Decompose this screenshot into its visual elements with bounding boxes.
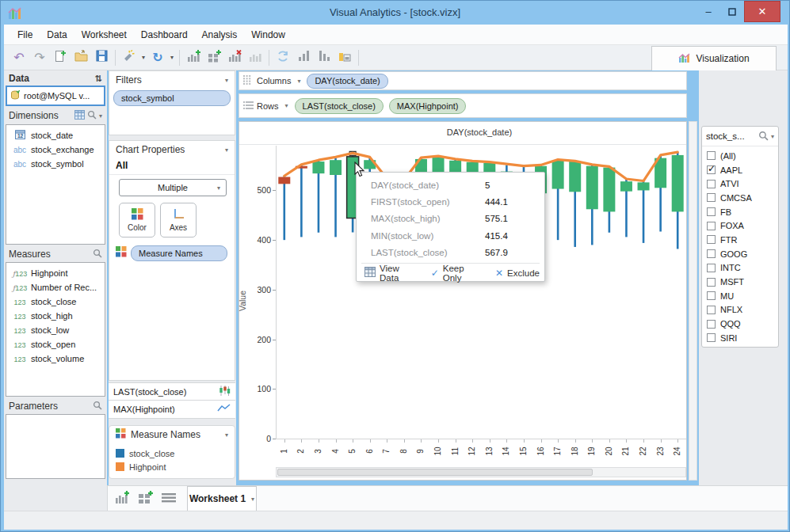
- add-worksheet-button[interactable]: [184, 48, 203, 67]
- symbol-option-ftr[interactable]: FTR: [702, 233, 778, 247]
- menu-file[interactable]: File: [10, 26, 40, 44]
- checkbox[interactable]: [707, 320, 716, 329]
- refresh-dropdown-caret[interactable]: ▾: [168, 54, 176, 61]
- worksheet-list-icon[interactable]: [161, 492, 177, 507]
- menu-dashboard[interactable]: Dashboard: [134, 26, 195, 44]
- symbol-option-qqq[interactable]: QQQ: [702, 317, 778, 331]
- menu-window[interactable]: Window: [244, 26, 292, 44]
- columns-shelf-caret[interactable]: ▾: [297, 78, 300, 85]
- checkbox[interactable]: [707, 151, 716, 160]
- filter-pill-stock-symbol[interactable]: stock_symbol: [113, 90, 231, 106]
- columns-pill-day-stock-date[interactable]: DAY(stock_date): [307, 74, 387, 89]
- chart-type-dropdown[interactable]: Multiple ▾: [119, 179, 227, 196]
- checkbox[interactable]: [707, 264, 716, 272]
- candle-day-18[interactable]: [569, 162, 581, 192]
- candle-day-17[interactable]: [552, 161, 564, 189]
- symbol-option--all-[interactable]: (All): [702, 149, 778, 163]
- color-button[interactable]: Color: [119, 203, 155, 238]
- symbol-option-goog[interactable]: GOOG: [702, 247, 778, 261]
- checkbox[interactable]: [707, 193, 716, 202]
- horizontal-scrollbar-thumb[interactable]: [277, 469, 593, 476]
- chart-properties-collapse-caret[interactable]: ▾: [225, 146, 228, 154]
- measure-stock-close[interactable]: 123stock_close: [6, 294, 105, 309]
- data-connection-dropdown-caret[interactable]: ▾: [139, 54, 147, 61]
- symbol-option-msft[interactable]: MSFT: [702, 275, 778, 289]
- checkbox[interactable]: [707, 249, 716, 258]
- keep-only-button[interactable]: ✓ Keep Only: [431, 264, 484, 283]
- undo-button[interactable]: ↶: [10, 48, 29, 67]
- checkbox[interactable]: [707, 180, 716, 188]
- checkbox-checked[interactable]: [707, 165, 716, 174]
- dimension-stock-exchange[interactable]: abcstock_exchange: [6, 142, 105, 157]
- sort-ascending-button[interactable]: [294, 48, 313, 67]
- measure-highpoint[interactable]: ƒ123Highpoint: [6, 266, 105, 280]
- stock-symbol-filter-header[interactable]: stock_s... ▾: [702, 127, 778, 146]
- worksheet-tab[interactable]: Worksheet 1 ▾: [187, 486, 257, 511]
- dimension-stock-symbol[interactable]: abcstock_symbol: [6, 157, 105, 171]
- candle-day-21[interactable]: [620, 181, 632, 192]
- candle-day-3[interactable]: [312, 162, 324, 173]
- close-button[interactable]: ✕: [744, 1, 780, 22]
- rows-pill-max-highpoint[interactable]: MAX(Highpoint): [389, 98, 467, 114]
- legend-item-highpoint[interactable]: Highpoint: [109, 460, 235, 473]
- save-button[interactable]: [92, 48, 111, 67]
- dimensions-menu-caret[interactable]: ▾: [99, 112, 102, 120]
- data-sort-icon[interactable]: ⇅: [95, 74, 102, 84]
- visualization-tab[interactable]: Visualization: [651, 46, 777, 70]
- rows-pill-last-stock-close[interactable]: LAST(stock_close): [295, 98, 384, 114]
- encoding-row-highpoint[interactable]: MAX(Highpoint): [109, 401, 235, 419]
- menu-worksheet[interactable]: Worksheet: [74, 26, 134, 44]
- symbol-option-atvi[interactable]: ATVI: [702, 177, 778, 191]
- checkbox[interactable]: [707, 222, 716, 230]
- symbol-option-siri[interactable]: SIRI: [702, 331, 778, 345]
- candle-day-22[interactable]: [638, 182, 650, 190]
- data-connection-button[interactable]: [120, 48, 139, 67]
- measure-stock-low[interactable]: 123stock_low: [6, 323, 105, 337]
- columns-shelf[interactable]: Columns ▾ DAY(stock_date): [239, 71, 687, 90]
- new-dashboard-icon[interactable]: [137, 490, 154, 508]
- candle-day-4[interactable]: [330, 160, 342, 175]
- dimensions-search-icon[interactable]: [87, 110, 97, 122]
- show-labels-button[interactable]: [335, 48, 354, 67]
- data-connection-item[interactable]: root@MySQL v...: [6, 86, 105, 106]
- filters-collapse-caret[interactable]: ▾: [225, 77, 228, 84]
- measure-stock-volume[interactable]: 123stock_volume: [6, 352, 105, 366]
- horizontal-scrollbar[interactable]: [276, 467, 686, 477]
- sort-descending-button[interactable]: [315, 48, 334, 67]
- checkbox[interactable]: [707, 333, 716, 342]
- encoding-row-stock-close[interactable]: LAST(stock_close): [109, 382, 235, 401]
- duplicate-worksheet-button[interactable]: [246, 48, 265, 67]
- axes-button[interactable]: Axes: [160, 203, 197, 238]
- redo-button[interactable]: ↷: [30, 48, 49, 67]
- open-file-button[interactable]: [71, 48, 90, 67]
- checkbox[interactable]: [707, 278, 716, 287]
- rows-shelf-caret[interactable]: ▾: [285, 102, 288, 109]
- checkbox[interactable]: [707, 291, 716, 300]
- measure-number-of-rec-[interactable]: ƒ123Number of Rec...: [6, 280, 105, 294]
- measure-stock-open[interactable]: 123stock_open: [6, 337, 105, 352]
- dimension-stock-date[interactable]: 12stock_date: [6, 128, 105, 142]
- minimize-button[interactable]: –: [696, 1, 720, 22]
- menu-data[interactable]: Data: [40, 26, 74, 44]
- measures-search-icon[interactable]: [93, 249, 102, 260]
- symbol-option-cmcsa[interactable]: CMCSA: [702, 191, 778, 205]
- candle-day-24[interactable]: [672, 155, 684, 211]
- worksheet-tab-caret[interactable]: ▾: [251, 496, 254, 503]
- parameters-search-icon[interactable]: [93, 401, 102, 412]
- measure-names-pill[interactable]: Measure Names: [131, 245, 227, 261]
- checkbox[interactable]: [707, 207, 716, 216]
- view-data-table-icon[interactable]: [74, 110, 85, 122]
- add-dashboard-button[interactable]: [204, 48, 223, 67]
- candle-day-1[interactable]: [278, 177, 290, 184]
- legend-collapse-caret[interactable]: ▾: [225, 431, 228, 439]
- vertical-scrollbar[interactable]: [689, 121, 697, 481]
- measure-stock-high[interactable]: 123stock_high: [6, 309, 105, 323]
- checkbox[interactable]: [707, 235, 716, 244]
- symbol-option-foxa[interactable]: FOXA: [702, 218, 778, 233]
- symbol-option-intc[interactable]: INTC: [702, 261, 778, 276]
- checkbox[interactable]: [707, 306, 716, 314]
- exclude-button[interactable]: ✕ Exclude: [495, 268, 540, 279]
- legend-header[interactable]: Measure Names ▾: [109, 426, 235, 443]
- candle-day-19[interactable]: [586, 166, 598, 210]
- new-worksheet-icon[interactable]: [114, 490, 130, 508]
